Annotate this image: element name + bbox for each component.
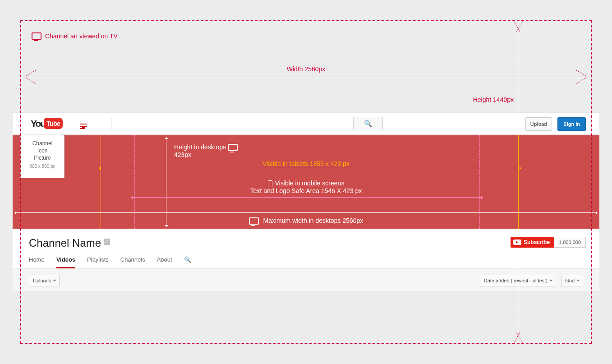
tv-width-arrow (27, 77, 585, 77)
mobile-label: Visible in mobile screens Text and Logo … (13, 180, 599, 194)
view-dropdown[interactable]: Grid (561, 275, 583, 286)
tab-about[interactable]: About (157, 256, 172, 268)
subscribe-button[interactable]: Subscribe (511, 237, 554, 248)
search-input[interactable] (111, 117, 354, 130)
search-box: 🔍 (111, 117, 383, 130)
subscribe-control: Subscribe 1,000,000 (511, 237, 586, 248)
tablet-label: Visible in tablets 1855 x 423 px (13, 160, 599, 167)
tv-icon (32, 32, 41, 40)
monitor-icon (228, 144, 238, 151)
guide-menu-button[interactable] (80, 120, 89, 128)
channel-icon-placeholder: ChannelIconPicture 800 x 800 px (20, 134, 64, 178)
uploads-dropdown[interactable]: Uploads (29, 275, 60, 286)
tab-videos[interactable]: Videos (56, 256, 75, 268)
channel-search-icon[interactable]: 🔍 (184, 256, 191, 268)
tab-channels[interactable]: Channels (120, 256, 145, 268)
monitor-icon (249, 217, 259, 225)
subscriber-count: 1,000,000 (554, 237, 586, 248)
videos-toolbar: Uploads Date added (newest - oldest) Gri… (13, 269, 599, 291)
desktop-height-label: Height in desktops 423px (174, 143, 240, 158)
mobile-icon (268, 180, 272, 187)
youtube-logo[interactable]: YouTube (31, 118, 63, 129)
tv-art-label: Channel art viewed on TV (32, 32, 118, 40)
tv-height-arrow (518, 27, 518, 337)
desktop-width-arrow (16, 212, 596, 213)
verified-badge-icon (104, 239, 110, 245)
desktop-width-label: Maximum width in desktops 2560px (13, 217, 599, 225)
tv-height-label: Height 1440px (473, 96, 514, 103)
tab-home[interactable]: Home (29, 256, 45, 268)
channel-info-bar: Channel Name Home Videos Playlists Chann… (13, 229, 599, 269)
mobile-width-arrow (133, 197, 481, 198)
upload-button[interactable]: Upload (525, 117, 552, 131)
search-button[interactable]: 🔍 (354, 117, 383, 130)
channel-tabs: Home Videos Playlists Channels About 🔍 (29, 256, 191, 268)
tab-playlists[interactable]: Playlists (87, 256, 109, 268)
tv-width-label: Width 2560px (0, 65, 612, 73)
channel-art: ChannelIconPicture 800 x 800 px Height i… (13, 135, 599, 229)
youtube-header: YouTube 🔍 Upload Sign in (13, 112, 599, 135)
tablet-width-arrow (101, 168, 520, 168)
channel-name: Channel Name (29, 237, 110, 249)
signin-button[interactable]: Sign in (557, 117, 586, 131)
